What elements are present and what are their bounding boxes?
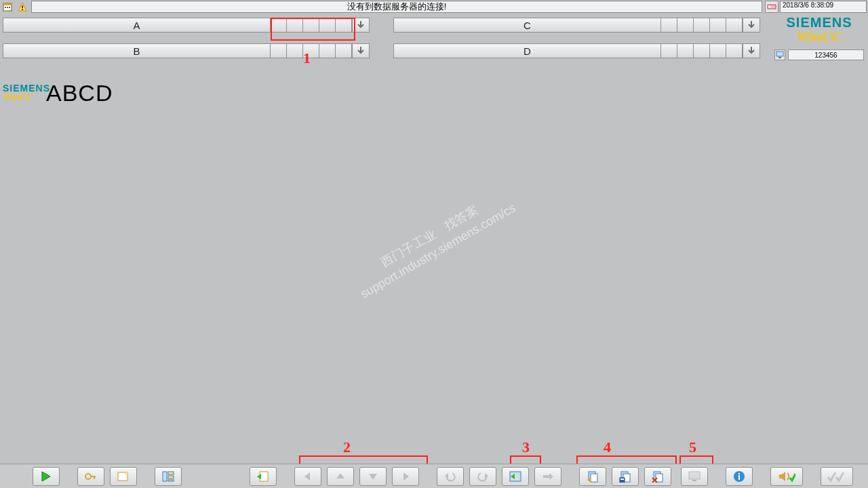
svg-rect-7 [22,9,23,10]
svg-point-13 [85,474,91,479]
nav-left-button[interactable] [294,467,321,486]
status-message-text: 没有到数据服务器的连接! [347,1,447,13]
redo-button[interactable] [469,467,496,486]
ack-all-button[interactable] [821,467,853,486]
toggle-icon[interactable] [765,1,778,13]
svg-marker-24 [304,472,310,481]
calendar-icon [2,1,13,12]
selector-area: A C B [0,15,763,61]
watermark-line2: support.industry.siemens.com/cs [357,200,519,303]
svg-rect-50 [738,475,740,480]
info-button[interactable] [726,467,753,486]
svg-marker-51 [779,472,785,481]
annotation-label-3: 3 [522,439,530,456]
svg-marker-27 [403,472,409,481]
monitor-icon [774,49,785,60]
picture-go-button[interactable] [502,467,529,486]
sound-ack-button[interactable] [770,467,803,486]
play-button[interactable] [33,467,60,486]
mid-brand-wincc: WinCC [3,93,50,102]
combo-d-label: D [393,43,661,58]
combo-c-dropdown[interactable] [743,18,760,33]
combo-a-label: A [3,18,271,33]
combo-a-segments [271,18,352,33]
svg-rect-1 [3,3,12,5]
timestamp-text: 2018/3/6 8:38:09 [783,1,833,9]
combo-d[interactable]: D [393,43,760,58]
page-body-abcd: ABCD [46,80,113,106]
svg-rect-4 [9,7,10,8]
timestamp: 2018/3/6 8:38:09 [780,1,867,13]
combo-b-dropdown[interactable] [352,43,370,58]
annotation-label-4: 4 [604,439,611,456]
status-message: 没有到数据服务器的连接! [31,1,762,13]
svg-rect-20 [168,476,174,479]
combo-a[interactable]: A [3,18,370,33]
watermark: 西门子工业 找答案 support.industry.siemens.com/c… [349,185,519,303]
nav-right-button[interactable] [392,467,419,486]
svg-rect-15 [94,476,95,479]
warning-triangle-icon [17,1,28,12]
combo-c[interactable]: C [393,18,760,33]
combo-a-dropdown[interactable] [352,18,370,33]
svg-rect-33 [543,475,549,478]
svg-marker-17 [125,471,130,474]
annotation-label-2: 2 [343,439,351,456]
nav-up-button[interactable] [327,467,354,486]
watermark-line1: 西门子工业 找答案 [349,185,510,288]
nav-down-button[interactable] [359,467,387,486]
undo-button[interactable] [437,467,464,486]
combo-b-segments [271,43,352,58]
svg-marker-25 [336,473,344,479]
brand-area: SIEMENS WinCC 123456 [772,15,867,60]
svg-rect-41 [620,479,624,480]
combo-b-label: B [3,43,271,58]
key-button[interactable] [77,467,104,486]
list-view-button[interactable] [155,467,182,486]
svg-rect-19 [168,472,174,474]
svg-rect-3 [7,7,8,8]
import-button[interactable] [250,467,277,486]
svg-rect-6 [22,5,23,8]
svg-rect-11 [778,57,781,58]
svg-rect-21 [168,480,174,481]
svg-point-9 [768,5,771,8]
svg-rect-46 [689,472,700,479]
docs-save-button[interactable] [612,467,639,486]
svg-rect-49 [738,473,740,474]
svg-rect-10 [776,52,783,56]
docs-open-button[interactable] [579,467,606,486]
page-body-mark: SIEMENS WinCC ABCD [3,80,113,106]
annotation-label-5: 5 [689,439,696,456]
combo-b[interactable]: B [3,43,370,58]
svg-rect-2 [5,7,6,8]
new-window-button[interactable] [110,467,137,486]
combo-c-segments [661,18,743,33]
top-status-bar: 没有到数据服务器的连接! 2018/3/6 8:38:09 [0,0,868,14]
go-right-button[interactable] [534,467,561,486]
bottom-toolbar [0,464,868,488]
combo-d-dropdown[interactable] [743,43,760,58]
svg-rect-18 [163,472,167,481]
svg-marker-34 [549,473,553,480]
monitor-button[interactable] [681,467,708,486]
svg-rect-47 [692,480,696,481]
svg-marker-23 [257,474,261,479]
svg-rect-36 [591,474,597,482]
brand-id-value: 123456 [788,49,864,60]
docs-delete-button[interactable] [644,467,671,486]
svg-marker-26 [369,474,377,480]
combo-d-segments [661,43,743,58]
combo-c-label: C [393,18,661,33]
svg-marker-12 [42,472,50,481]
